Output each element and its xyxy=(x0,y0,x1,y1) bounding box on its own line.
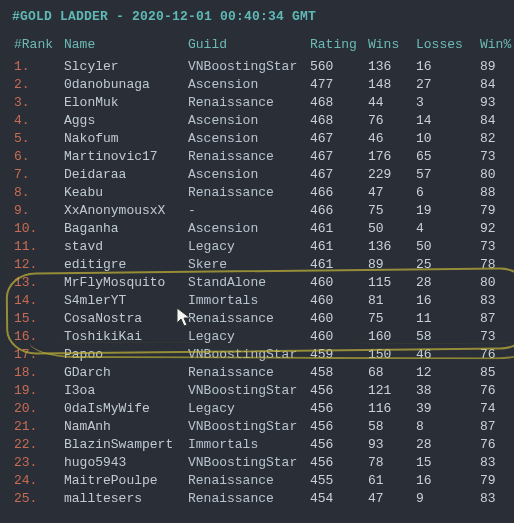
table-row: 12.editigreSkere461892578 xyxy=(12,256,514,274)
cell-rank: 7. xyxy=(12,166,62,184)
cell-wins: 160 xyxy=(366,328,414,346)
cell-losses: 14 xyxy=(414,112,478,130)
cell-rank: 21. xyxy=(12,418,62,436)
cell-rank: 6. xyxy=(12,148,62,166)
cell-rank: 11. xyxy=(12,238,62,256)
table-row: 18.GDarchRenaissance458681285 xyxy=(12,364,514,382)
cell-name: MrFlyMosquito xyxy=(62,274,186,292)
cell-losses: 12 xyxy=(414,364,478,382)
cell-guild: Ascension xyxy=(186,76,308,94)
cell-losses: 4 xyxy=(414,220,478,238)
table-row: 3.ElonMukRenaissance46844393 xyxy=(12,94,514,112)
header-row: #Rank Name Guild Rating Wins Losses Win% xyxy=(12,36,514,58)
cell-rank: 2. xyxy=(12,76,62,94)
table-row: 9.XxAnonymousxX-466751979 xyxy=(12,202,514,220)
cell-wins: 121 xyxy=(366,382,414,400)
cell-winpct: 85 xyxy=(478,364,514,382)
cell-winpct: 76 xyxy=(478,436,514,454)
cell-guild: Legacy xyxy=(186,328,308,346)
cell-rating: 460 xyxy=(308,328,366,346)
cell-winpct: 88 xyxy=(478,184,514,202)
cell-winpct: 93 xyxy=(478,94,514,112)
cell-losses: 8 xyxy=(414,418,478,436)
cell-guild: VNBoostingStar xyxy=(186,418,308,436)
cell-rank: 12. xyxy=(12,256,62,274)
cell-rank: 1. xyxy=(12,58,62,76)
cell-rating: 466 xyxy=(308,202,366,220)
cell-wins: 148 xyxy=(366,76,414,94)
cell-rating: 456 xyxy=(308,436,366,454)
cell-guild: VNBoostingStar xyxy=(186,382,308,400)
cell-name: CosaNostra xyxy=(62,310,186,328)
col-name: Name xyxy=(62,36,186,58)
cell-winpct: 82 xyxy=(478,130,514,148)
cell-losses: 9 xyxy=(414,490,478,508)
cell-winpct: 73 xyxy=(478,148,514,166)
cell-rating: 456 xyxy=(308,418,366,436)
cell-losses: 11 xyxy=(414,310,478,328)
cell-name: 0daIsMyWife xyxy=(62,400,186,418)
cell-rating: 456 xyxy=(308,382,366,400)
cell-guild: Renaissance xyxy=(186,94,308,112)
cell-wins: 47 xyxy=(366,184,414,202)
cell-wins: 176 xyxy=(366,148,414,166)
cell-losses: 15 xyxy=(414,454,478,472)
cell-rank: 18. xyxy=(12,364,62,382)
cell-name: stavd xyxy=(62,238,186,256)
table-row: 2.0danobunagaAscension4771482784 xyxy=(12,76,514,94)
cell-guild: Ascension xyxy=(186,130,308,148)
table-row: 17.PapooVNBoostingStar4591504676 xyxy=(12,346,514,364)
cell-wins: 76 xyxy=(366,112,414,130)
cell-winpct: 80 xyxy=(478,166,514,184)
table-row: 24.MaitrePoulpeRenaissance455611679 xyxy=(12,472,514,490)
cell-rating: 461 xyxy=(308,256,366,274)
cell-wins: 50 xyxy=(366,220,414,238)
cell-winpct: 79 xyxy=(478,472,514,490)
cell-rating: 461 xyxy=(308,238,366,256)
table-row: 7.DeidaraaAscension4672295780 xyxy=(12,166,514,184)
cell-wins: 89 xyxy=(366,256,414,274)
cell-winpct: 83 xyxy=(478,490,514,508)
cell-rating: 456 xyxy=(308,454,366,472)
cell-rank: 16. xyxy=(12,328,62,346)
cell-winpct: 84 xyxy=(478,76,514,94)
cell-name: NamAnh xyxy=(62,418,186,436)
cell-winpct: 80 xyxy=(478,274,514,292)
cell-guild: Skere xyxy=(186,256,308,274)
cell-rank: 9. xyxy=(12,202,62,220)
table-row: 8.KeabuRenaissance46647688 xyxy=(12,184,514,202)
table-row: 14.S4mlerYTImmortals460811683 xyxy=(12,292,514,310)
cell-rank: 5. xyxy=(12,130,62,148)
cell-name: hugo5943 xyxy=(62,454,186,472)
cell-name: malltesers xyxy=(62,490,186,508)
table-row: 19.I3oaVNBoostingStar4561213876 xyxy=(12,382,514,400)
cell-name: Nakofum xyxy=(62,130,186,148)
cell-rating: 467 xyxy=(308,166,366,184)
cell-wins: 81 xyxy=(366,292,414,310)
cell-losses: 6 xyxy=(414,184,478,202)
cell-rating: 467 xyxy=(308,130,366,148)
cell-name: 0danobunaga xyxy=(62,76,186,94)
cell-winpct: 78 xyxy=(478,256,514,274)
table-row: 6.Martinovic17Renaissance4671766573 xyxy=(12,148,514,166)
cell-losses: 58 xyxy=(414,328,478,346)
cell-wins: 116 xyxy=(366,400,414,418)
cell-rating: 460 xyxy=(308,292,366,310)
cell-wins: 68 xyxy=(366,364,414,382)
cell-rating: 454 xyxy=(308,490,366,508)
table-row: 13.MrFlyMosquitoStandAlone4601152880 xyxy=(12,274,514,292)
cell-name: I3oa xyxy=(62,382,186,400)
cell-winpct: 74 xyxy=(478,400,514,418)
cell-losses: 10 xyxy=(414,130,478,148)
cell-losses: 3 xyxy=(414,94,478,112)
cell-winpct: 83 xyxy=(478,292,514,310)
table-row: 16.ToshikiKaiLegacy4601605873 xyxy=(12,328,514,346)
cell-guild: Renaissance xyxy=(186,364,308,382)
cell-winpct: 79 xyxy=(478,202,514,220)
table-row: 20.0daIsMyWifeLegacy4561163974 xyxy=(12,400,514,418)
cell-rating: 468 xyxy=(308,94,366,112)
cell-losses: 65 xyxy=(414,148,478,166)
cell-rank: 23. xyxy=(12,454,62,472)
cell-wins: 78 xyxy=(366,454,414,472)
cell-losses: 16 xyxy=(414,58,478,76)
